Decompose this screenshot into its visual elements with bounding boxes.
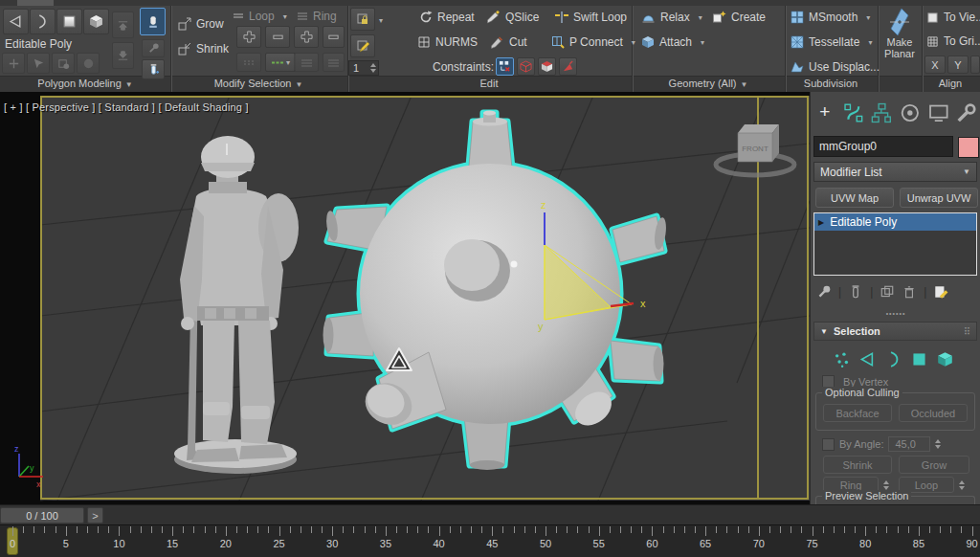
- ruler-tick[interactable]: [844, 526, 845, 533]
- tab-hierarchy[interactable]: [871, 101, 892, 124]
- ruler-tick[interactable]: [972, 526, 973, 536]
- ruler-tick[interactable]: [343, 526, 344, 533]
- ruler-tick[interactable]: [620, 526, 621, 533]
- repeat-button[interactable]: Repeat: [419, 11, 475, 24]
- ruler-tick[interactable]: [56, 526, 56, 533]
- unwrap-uvw-button[interactable]: Unwrap UVW: [900, 188, 978, 208]
- ruler-tick[interactable]: [567, 526, 568, 533]
- ruler-tick[interactable]: [631, 526, 632, 533]
- subobject-polygon-button[interactable]: [56, 9, 82, 34]
- ruler-tick[interactable]: [705, 526, 706, 536]
- ring-label[interactable]: Ring: [297, 10, 337, 23]
- ruler-tick[interactable]: [674, 526, 675, 533]
- ruler-tick[interactable]: [290, 526, 291, 533]
- tab-modify[interactable]: [843, 101, 864, 124]
- ring-grow-button[interactable]: [294, 26, 319, 48]
- ruler-tick[interactable]: [77, 526, 78, 533]
- tab-create[interactable]: +: [814, 101, 835, 128]
- ruler-tick[interactable]: [834, 526, 835, 533]
- perspective-viewport[interactable]: z x y FRONT z y x: [0, 92, 810, 504]
- shrink-button[interactable]: Shrink: [178, 42, 229, 56]
- ruler-tick[interactable]: [183, 526, 184, 533]
- modifier-list-dropdown[interactable]: Modifier List ▼: [813, 162, 977, 182]
- occluded-button[interactable]: Occluded: [899, 404, 968, 422]
- selection-rollout-header[interactable]: ▼ Selection ⠿: [813, 322, 977, 341]
- ruler-tick[interactable]: [257, 526, 258, 533]
- msmooth-button[interactable]: MSmooth▾: [791, 11, 870, 24]
- ruler-tick[interactable]: [247, 526, 248, 533]
- ruler-tick[interactable]: [929, 526, 930, 533]
- show-end-result-button[interactable]: [142, 59, 165, 79]
- ruler-tick[interactable]: [471, 526, 472, 533]
- ruler-tick[interactable]: [950, 526, 951, 533]
- selection-shrink-button[interactable]: Shrink: [823, 456, 892, 474]
- ruler-tick[interactable]: [386, 526, 387, 536]
- ruler-tick[interactable]: [791, 526, 791, 533]
- grow-button[interactable]: Grow: [178, 17, 224, 31]
- ruler-tick[interactable]: [535, 526, 536, 533]
- vertex-level-icon[interactable]: [834, 351, 850, 368]
- ruler-tick[interactable]: [684, 526, 685, 533]
- ruler-tick[interactable]: [301, 526, 301, 533]
- pin-stack-button[interactable]: [142, 39, 165, 57]
- ruler-tick[interactable]: [919, 526, 920, 536]
- backface-button[interactable]: Backface: [823, 404, 892, 422]
- ruler-tick[interactable]: [599, 526, 600, 536]
- toggle-command-panel-button[interactable]: [140, 8, 166, 35]
- edge-level-icon[interactable]: [859, 351, 876, 368]
- by-angle-value[interactable]: 45,0: [888, 436, 929, 452]
- ruler-tick[interactable]: [450, 526, 451, 533]
- ruler-tick[interactable]: [12, 526, 13, 536]
- ruler-tick[interactable]: [439, 526, 440, 536]
- ruler-tick[interactable]: [961, 526, 962, 533]
- ruler-tick[interactable]: [748, 526, 749, 533]
- object-name-input[interactable]: [813, 136, 953, 157]
- ruler-tick[interactable]: [460, 526, 461, 533]
- tab-motion[interactable]: [900, 101, 921, 124]
- ruler-tick[interactable]: [546, 526, 546, 536]
- panel-caption-geometry[interactable]: Geometry (All)▼: [669, 78, 748, 89]
- subobject-element-button[interactable]: [83, 9, 109, 34]
- ribbon-active-tab[interactable]: [17, 0, 54, 6]
- ruler-tick[interactable]: [396, 526, 397, 533]
- loop-mode-button[interactable]: ▾: [265, 53, 296, 72]
- constraint-none-button[interactable]: [496, 57, 514, 76]
- ruler-tick[interactable]: [641, 526, 642, 533]
- align-y-button[interactable]: Y: [947, 56, 969, 74]
- ruler-tick[interactable]: [151, 526, 152, 533]
- ruler-tick[interactable]: [375, 526, 376, 533]
- ruler-tick[interactable]: [663, 526, 664, 533]
- element-level-icon[interactable]: [937, 351, 953, 368]
- ruler-tick[interactable]: [801, 526, 802, 533]
- ruler-tick[interactable]: [268, 526, 269, 533]
- ruler-tick[interactable]: [876, 526, 877, 533]
- ring-shrink-button[interactable]: [323, 26, 345, 48]
- uvw-map-button[interactable]: UVW Map: [815, 188, 894, 208]
- ruler-tick[interactable]: [119, 526, 120, 536]
- preserve-uvs-button[interactable]: [27, 53, 50, 74]
- ruler-tick[interactable]: [514, 526, 515, 533]
- ruler-tick[interactable]: [322, 526, 323, 533]
- ruler-tick[interactable]: [162, 526, 163, 533]
- ruler-tick[interactable]: [428, 526, 429, 533]
- ruler-tick[interactable]: [502, 526, 503, 533]
- panel-caption-subdivision[interactable]: Subdivision: [804, 78, 858, 89]
- ruler-tick[interactable]: [492, 526, 493, 536]
- border-level-icon[interactable]: [885, 351, 902, 368]
- configure-modifier-sets-icon[interactable]: [933, 284, 948, 300]
- ruler-tick[interactable]: [556, 526, 557, 533]
- spinner-arrows-icon[interactable]: [370, 62, 376, 74]
- constraint-face-button[interactable]: [538, 57, 556, 76]
- p-connect-button[interactable]: P Connect▾: [551, 35, 635, 49]
- expand-arrow-icon[interactable]: ▶: [818, 218, 824, 227]
- viewport-label[interactable]: [ + ] [ Perspective ] [ Standard ] [ Def…: [4, 101, 249, 113]
- ruler-tick[interactable]: [417, 526, 418, 533]
- loop-shrink-button[interactable]: [265, 26, 290, 48]
- ruler-tick[interactable]: [130, 526, 131, 533]
- ruler-tick[interactable]: [738, 526, 739, 533]
- ruler-tick[interactable]: [589, 526, 590, 533]
- ruler-tick[interactable]: [205, 526, 206, 533]
- panel-caption-edit[interactable]: Edit: [480, 78, 499, 89]
- ruler-tick[interactable]: [940, 526, 941, 533]
- ruler-tick[interactable]: [524, 526, 525, 533]
